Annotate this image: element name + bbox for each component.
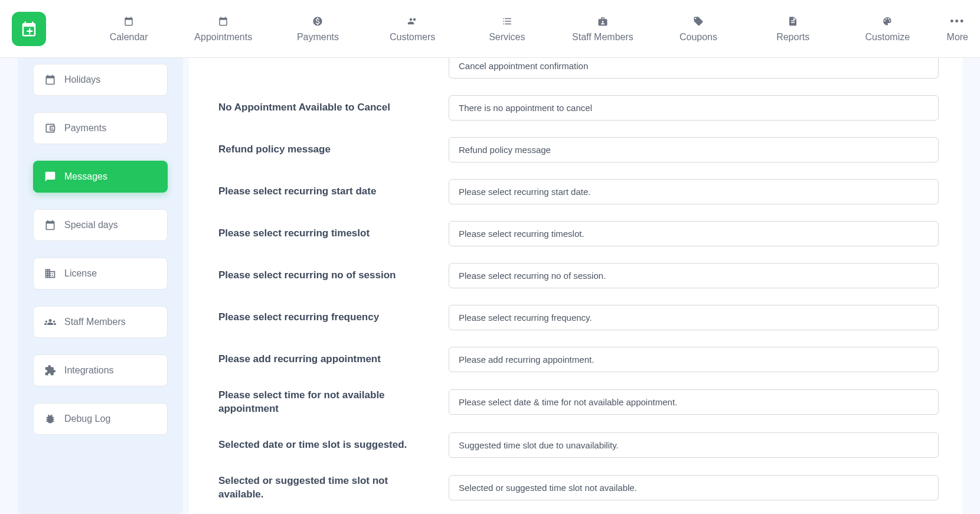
nav-more[interactable]: ••• More bbox=[947, 15, 968, 43]
nav-customers[interactable]: Customers bbox=[383, 15, 442, 43]
badge-icon bbox=[597, 15, 609, 27]
form-row: Please select recurring timeslot bbox=[218, 221, 939, 246]
nav-customize[interactable]: Customize bbox=[858, 15, 917, 43]
message-input[interactable] bbox=[449, 475, 939, 500]
palette-icon bbox=[881, 15, 893, 27]
nav-payments[interactable]: Payments bbox=[288, 15, 347, 43]
puzzle-icon bbox=[44, 365, 56, 376]
message-input[interactable] bbox=[449, 347, 939, 372]
form-label: Refund policy message bbox=[218, 143, 431, 157]
nav-label: Appointments bbox=[194, 32, 252, 43]
sidebar-item-license[interactable]: License bbox=[33, 258, 168, 289]
nav-label: Calendar bbox=[110, 32, 148, 43]
sidebar-item-payments[interactable]: Payments bbox=[33, 112, 168, 144]
tag-icon bbox=[692, 15, 704, 27]
nav-staff[interactable]: Staff Members bbox=[572, 15, 633, 43]
nav-label: Staff Members bbox=[572, 32, 633, 43]
sidebar-item-integrations[interactable]: Integrations bbox=[33, 354, 168, 386]
message-input[interactable] bbox=[449, 221, 939, 246]
users-icon bbox=[407, 15, 419, 27]
message-input[interactable] bbox=[449, 95, 939, 121]
form-row: Please select recurring no of session bbox=[218, 263, 939, 288]
content-area: No Appointment Available to Cancel Refun… bbox=[189, 58, 962, 514]
nav-calendar[interactable]: Calendar bbox=[99, 15, 158, 43]
form-label: Please select recurring start date bbox=[218, 185, 431, 199]
form-label: Please select recurring timeslot bbox=[218, 227, 431, 240]
sidebar-label: Staff Members bbox=[64, 317, 126, 327]
sidebar-label: Integrations bbox=[64, 365, 114, 376]
document-icon bbox=[787, 15, 799, 27]
nav-label: Reports bbox=[776, 32, 809, 43]
calendar-icon bbox=[44, 219, 56, 231]
form-label: Selected date or time slot is suggested. bbox=[218, 438, 431, 452]
building-icon bbox=[44, 268, 56, 279]
calendar-icon bbox=[123, 15, 135, 27]
form-row bbox=[218, 58, 939, 79]
sidebar-label: Messages bbox=[64, 171, 107, 182]
form-row: Refund policy message bbox=[218, 137, 939, 162]
logo-icon bbox=[20, 20, 38, 38]
form-label: No Appointment Available to Cancel bbox=[218, 101, 431, 115]
form-label: Please select time for not available app… bbox=[218, 389, 431, 416]
sidebar-label: Debug Log bbox=[64, 414, 110, 424]
users-icon bbox=[44, 316, 56, 328]
list-icon bbox=[501, 15, 513, 27]
message-input[interactable] bbox=[449, 263, 939, 288]
main-container: Holidays Payments Messages Special days bbox=[0, 58, 980, 514]
form-label: Please select recurring frequency bbox=[218, 311, 431, 324]
more-icon: ••• bbox=[950, 15, 965, 27]
settings-sidebar: Holidays Payments Messages Special days bbox=[18, 58, 183, 514]
message-input[interactable] bbox=[449, 305, 939, 330]
nav-appointments[interactable]: Appointments bbox=[194, 15, 253, 43]
top-nav: Calendar Appointments Payments Customers… bbox=[0, 0, 980, 58]
form-row: Please select time for not available app… bbox=[218, 389, 939, 416]
nav-items: Calendar Appointments Payments Customers… bbox=[81, 15, 935, 43]
calendar-icon bbox=[44, 74, 56, 86]
sidebar-item-holidays[interactable]: Holidays bbox=[33, 64, 168, 96]
nav-services[interactable]: Services bbox=[478, 15, 537, 43]
nav-label: Coupons bbox=[680, 32, 717, 43]
app-logo[interactable] bbox=[12, 12, 46, 46]
nav-coupons[interactable]: Coupons bbox=[669, 15, 728, 43]
nav-label: More bbox=[947, 32, 968, 43]
dollar-icon bbox=[312, 15, 324, 27]
bug-icon bbox=[44, 413, 56, 425]
sidebar-label: License bbox=[64, 268, 97, 279]
sidebar-label: Payments bbox=[64, 123, 106, 134]
form-label: Selected or suggested time slot not avai… bbox=[218, 474, 431, 502]
message-input[interactable] bbox=[449, 179, 939, 204]
nav-label: Payments bbox=[297, 32, 339, 43]
nav-label: Customize bbox=[865, 32, 910, 43]
svg-point-0 bbox=[51, 128, 53, 129]
form-row: No Appointment Available to Cancel bbox=[218, 95, 939, 121]
form-row: Please select recurring start date bbox=[218, 179, 939, 204]
chat-icon bbox=[44, 171, 56, 183]
sidebar-item-messages[interactable]: Messages bbox=[33, 161, 168, 193]
form-row: Selected or suggested time slot not avai… bbox=[218, 474, 939, 502]
form-label: Please select recurring no of session bbox=[218, 269, 431, 282]
sidebar-item-staff[interactable]: Staff Members bbox=[33, 306, 168, 338]
sidebar-label: Special days bbox=[64, 220, 118, 230]
wallet-icon bbox=[44, 122, 56, 134]
form-row: Please add recurring appointment bbox=[218, 347, 939, 372]
form-label: Please add recurring appointment bbox=[218, 353, 431, 366]
form-row: Please select recurring frequency bbox=[218, 305, 939, 330]
form-row: Selected date or time slot is suggested. bbox=[218, 432, 939, 458]
sidebar-label: Holidays bbox=[64, 74, 100, 85]
message-input[interactable] bbox=[449, 58, 939, 79]
sidebar-item-debug[interactable]: Debug Log bbox=[33, 403, 168, 435]
calendar-check-icon bbox=[217, 15, 229, 27]
message-input[interactable] bbox=[449, 432, 939, 458]
nav-reports[interactable]: Reports bbox=[763, 15, 822, 43]
message-input[interactable] bbox=[449, 137, 939, 162]
sidebar-item-special-days[interactable]: Special days bbox=[33, 209, 168, 241]
nav-label: Customers bbox=[390, 32, 435, 43]
nav-label: Services bbox=[489, 32, 525, 43]
message-input[interactable] bbox=[449, 389, 939, 415]
